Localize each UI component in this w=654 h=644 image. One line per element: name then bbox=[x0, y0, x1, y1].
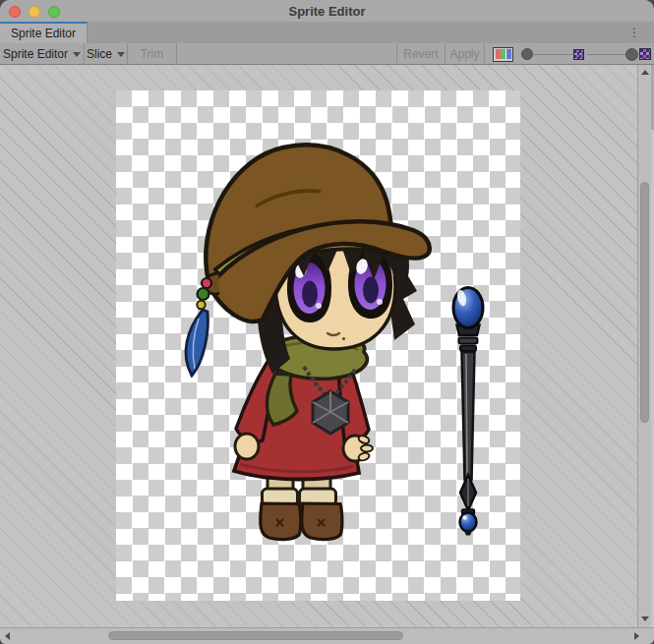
character-sprite[interactable] bbox=[186, 145, 430, 539]
hat-charm bbox=[186, 278, 211, 376]
sprite-editor-mode-dropdown[interactable]: Sprite Editor bbox=[0, 43, 85, 64]
window-title: Sprite Editor bbox=[0, 0, 654, 22]
zoom-slider-track[interactable] bbox=[532, 54, 573, 56]
unity-cube-pendant bbox=[313, 391, 348, 434]
scroll-down-arrow-icon[interactable] bbox=[641, 616, 649, 621]
chevron-down-icon bbox=[73, 52, 81, 57]
mip-small-checker-icon bbox=[573, 49, 584, 60]
tab-bar: Sprite Editor ⋮ bbox=[0, 22, 654, 43]
sprite-canvas[interactable] bbox=[0, 65, 637, 627]
mip-slider-track[interactable] bbox=[587, 54, 625, 56]
titlebar[interactable]: Sprite Editor bbox=[0, 0, 654, 22]
toolbar: Sprite Editor Slice Trim Revert Apply bbox=[0, 43, 654, 65]
scroll-right-arrow-icon[interactable] bbox=[634, 632, 639, 640]
scroll-up-arrow-icon[interactable] bbox=[641, 70, 649, 75]
transparency-checkerboard bbox=[116, 90, 520, 601]
chevron-down-icon bbox=[117, 52, 125, 57]
sprite-editor-window: Sprite Editor Sprite Editor ⋮ Sprite Edi… bbox=[0, 0, 654, 644]
mip-large-checker-icon bbox=[639, 48, 651, 60]
horizontal-scrollbar-thumb[interactable] bbox=[108, 631, 403, 640]
trim-button[interactable]: Trim bbox=[128, 43, 177, 64]
feather bbox=[186, 310, 208, 376]
tab-label: Sprite Editor bbox=[11, 27, 76, 40]
kebab-menu-icon[interactable]: ⋮ bbox=[628, 25, 640, 40]
revert-button[interactable]: Revert bbox=[397, 43, 446, 64]
tab-sprite-editor[interactable]: Sprite Editor bbox=[0, 22, 88, 43]
rgb-channels-icon[interactable] bbox=[493, 47, 513, 62]
vertical-scrollbar-thumb[interactable] bbox=[640, 182, 649, 423]
horizontal-scrollbar[interactable] bbox=[0, 627, 654, 644]
sprite-texture[interactable] bbox=[116, 90, 520, 601]
vertical-scrollbar[interactable] bbox=[637, 65, 651, 627]
mip-slider-thumb[interactable] bbox=[625, 48, 638, 61]
slice-dropdown[interactable]: Slice bbox=[85, 43, 128, 64]
scroll-left-arrow-icon[interactable] bbox=[5, 632, 10, 640]
apply-button[interactable]: Apply bbox=[446, 43, 485, 64]
staff-sprite[interactable] bbox=[453, 288, 483, 536]
